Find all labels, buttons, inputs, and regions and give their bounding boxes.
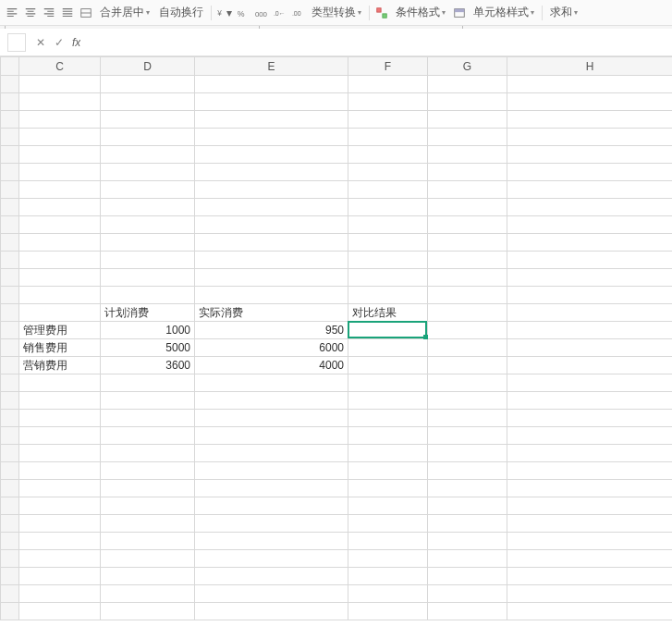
cell[interactable] [507,234,673,252]
cell[interactable] [101,515,195,533]
cell[interactable] [19,515,101,533]
cell[interactable]: 1000 [101,322,195,339]
cell[interactable] [19,111,101,129]
cell[interactable] [507,445,673,462]
cell[interactable] [101,497,195,515]
cell[interactable] [348,146,428,164]
cell[interactable] [348,269,428,287]
cell[interactable] [507,515,673,533]
comma-icon[interactable]: 000 [252,5,269,21]
cell[interactable] [195,533,348,550]
cell[interactable] [428,427,507,445]
cell[interactable] [195,515,348,533]
cell[interactable] [428,550,507,568]
cell[interactable] [507,374,673,392]
cell[interactable] [195,93,348,111]
cell[interactable]: 4000 [195,357,348,374]
merge-icon[interactable] [78,5,94,21]
cell[interactable] [507,93,673,111]
row-header[interactable] [1,304,19,322]
cell[interactable]: 计划消费 [101,304,195,322]
cell[interactable] [101,234,195,252]
cell[interactable] [19,497,101,515]
cell[interactable] [195,216,348,234]
cell[interactable] [195,462,348,480]
currency-icon[interactable]: ¥▾ [215,5,232,21]
merge-center-button[interactable]: 合并居中▾ [96,3,153,23]
cell[interactable] [507,392,673,410]
cell[interactable] [348,392,428,410]
cell[interactable] [101,568,195,585]
cell[interactable] [195,234,348,252]
cell[interactable]: 销售费用 [19,339,101,357]
cell[interactable] [19,146,101,164]
align-center-icon[interactable] [22,5,39,21]
row-header[interactable] [1,585,19,603]
cell[interactable] [101,164,195,181]
cell[interactable] [195,129,348,146]
cell[interactable] [19,216,101,234]
cell[interactable] [348,164,428,181]
cell[interactable]: 950 [195,322,348,339]
cell[interactable] [348,93,428,111]
row-header[interactable] [1,129,19,146]
row-header[interactable] [1,568,19,585]
cell[interactable] [428,374,507,392]
cell[interactable] [101,480,195,497]
cell[interactable] [195,603,348,620]
cell[interactable] [19,480,101,497]
cell[interactable] [348,410,428,427]
cell[interactable] [428,568,507,585]
cell[interactable] [195,410,348,427]
cell[interactable]: 实际消费 [195,304,348,322]
cell[interactable] [507,603,673,620]
cell[interactable] [348,287,428,304]
row-header[interactable] [1,146,19,164]
cell[interactable] [348,427,428,445]
column-header[interactable]: C [19,57,101,76]
cell[interactable] [507,146,673,164]
cell[interactable] [428,93,507,111]
cancel-icon[interactable]: ✕ [31,33,50,52]
cell[interactable] [101,93,195,111]
cell[interactable] [19,427,101,445]
row-header[interactable] [1,374,19,392]
row-header[interactable] [1,216,19,234]
decrease-decimal-icon[interactable]: .0← [271,5,287,21]
cond-format-button[interactable]: 条件格式▾ [392,3,449,23]
row-header[interactable] [1,392,19,410]
cell[interactable] [507,322,673,339]
cell[interactable] [19,93,101,111]
cell[interactable] [101,550,195,568]
cell[interactable] [428,129,507,146]
column-header[interactable]: G [428,57,507,76]
cell[interactable] [348,234,428,252]
cell[interactable] [195,287,348,304]
cell[interactable] [348,252,428,269]
row-header[interactable] [1,603,19,620]
cell[interactable] [507,76,673,93]
row-header[interactable] [1,515,19,533]
row-header[interactable] [1,480,19,497]
cell[interactable] [101,146,195,164]
cell[interactable] [428,392,507,410]
cell[interactable] [19,234,101,252]
cell[interactable]: 5000 [101,339,195,357]
row-header[interactable] [1,339,19,357]
row-header[interactable] [1,287,19,304]
cell[interactable] [428,497,507,515]
cell[interactable] [348,497,428,515]
confirm-icon[interactable]: ✓ [50,33,68,52]
cell[interactable] [428,111,507,129]
cell[interactable] [428,357,507,374]
cell[interactable] [428,339,507,357]
cell[interactable] [19,392,101,410]
cell[interactable] [507,339,673,357]
cell[interactable] [101,533,195,550]
formula-input[interactable] [80,32,665,53]
cell[interactable] [19,410,101,427]
cell[interactable] [101,129,195,146]
cell[interactable] [19,199,101,216]
row-header[interactable] [1,427,19,445]
cell[interactable]: 营销费用 [19,357,101,374]
